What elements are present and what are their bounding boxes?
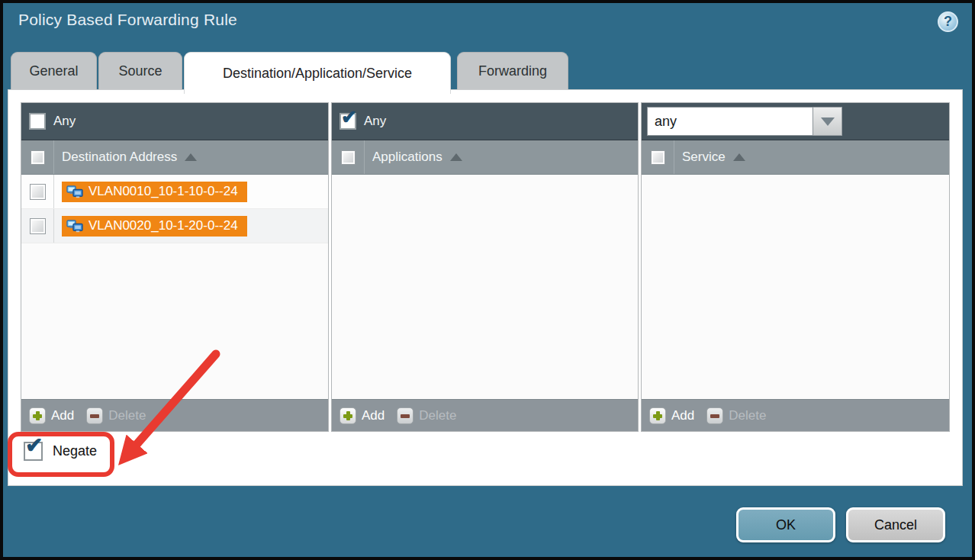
negate-checkbox[interactable]: ✔ — [24, 442, 43, 461]
row-checkbox[interactable] — [30, 184, 46, 200]
tab-general[interactable]: General — [11, 52, 97, 89]
service-dropdown-bar: any — [642, 103, 949, 140]
destination-address-list: VLAN0010_10-1-10-0--24 — [21, 175, 328, 399]
add-label: Add — [51, 408, 74, 423]
tab-source[interactable]: Source — [98, 52, 182, 89]
chevron-down-icon — [821, 117, 835, 126]
applications-column-header[interactable]: Applications — [332, 140, 638, 175]
applications-any-label: Any — [364, 114, 386, 129]
service-column-header[interactable]: Service — [642, 140, 949, 175]
column-header-label: Destination Address — [62, 150, 177, 165]
delete-button[interactable]: Delete — [706, 407, 766, 424]
sort-ascending-icon — [185, 153, 197, 161]
destination-any-label: Any — [53, 114, 76, 129]
destination-column-header[interactable]: Destination Address — [21, 140, 328, 175]
help-glyph: ? — [944, 14, 952, 30]
address-object-label: VLAN0020_10-1-20-0--24 — [88, 218, 238, 233]
add-button[interactable]: Add — [649, 407, 694, 424]
sort-ascending-icon — [733, 153, 745, 161]
add-plus-icon — [649, 407, 666, 424]
applications-column: ✔ Any Applications Add Delete — [331, 102, 639, 432]
help-icon[interactable]: ? — [938, 11, 958, 32]
destination-row[interactable]: VLAN0010_10-1-10-0--24 — [21, 175, 328, 209]
applications-any-bar: ✔ Any — [332, 103, 638, 140]
delete-minus-icon — [706, 407, 723, 424]
applications-footer-toolbar: Add Delete — [332, 399, 638, 431]
pbf-rule-dialog: Policy Based Forwarding Rule ? General S… — [0, 0, 975, 560]
tab-label: General — [29, 63, 78, 79]
dialog-title: Policy Based Forwarding Rule — [18, 11, 237, 29]
tab-label: Destination/Application/Service — [223, 66, 412, 82]
tab-label: Forwarding — [478, 63, 547, 79]
delete-button[interactable]: Delete — [86, 407, 146, 424]
destination-any-bar: Any — [21, 103, 328, 140]
service-select-all-checkbox[interactable] — [651, 150, 665, 165]
applications-select-all-checkbox[interactable] — [341, 150, 356, 165]
column-header-label: Applications — [372, 150, 442, 165]
tab-forwarding[interactable]: Forwarding — [457, 52, 568, 89]
cancel-button[interactable]: Cancel — [846, 507, 945, 542]
delete-label: Delete — [108, 408, 146, 423]
service-list — [642, 175, 949, 399]
applications-any-checkbox[interactable]: ✔ — [339, 113, 356, 130]
service-dropdown-value[interactable]: any — [647, 107, 813, 136]
applications-list — [332, 175, 638, 399]
service-column: any Service Add — [641, 102, 950, 432]
add-plus-icon — [29, 407, 46, 424]
destination-row[interactable]: VLAN0020_10-1-20-0--24 — [21, 209, 328, 243]
negate-row: ✔ Negate — [24, 442, 97, 461]
ok-button[interactable]: OK — [736, 507, 835, 542]
delete-minus-icon — [86, 407, 103, 424]
service-dropdown[interactable]: any — [647, 107, 842, 136]
destination-address-column: Any Destination Address — [21, 102, 329, 432]
network-address-icon — [66, 220, 83, 233]
address-object-chip[interactable]: VLAN0010_10-1-10-0--24 — [62, 182, 247, 202]
address-object-chip[interactable]: VLAN0020_10-1-20-0--24 — [62, 216, 247, 237]
destination-any-checkbox[interactable] — [29, 113, 46, 130]
add-button[interactable]: Add — [339, 407, 385, 424]
destination-footer-toolbar: Add Delete — [21, 399, 328, 431]
delete-label: Delete — [419, 408, 456, 423]
delete-button[interactable]: Delete — [397, 407, 456, 424]
cancel-label: Cancel — [874, 517, 917, 533]
ok-label: OK — [776, 517, 796, 533]
delete-minus-icon — [397, 407, 413, 424]
add-button[interactable]: Add — [29, 407, 74, 424]
tab-content-panel: Any Destination Address — [8, 89, 963, 486]
add-label: Add — [671, 408, 694, 423]
column-header-label: Service — [682, 150, 726, 165]
sort-ascending-icon — [450, 153, 462, 161]
destination-select-all-checkbox[interactable] — [31, 150, 45, 165]
service-dropdown-button[interactable] — [813, 107, 842, 136]
delete-label: Delete — [729, 408, 766, 423]
add-label: Add — [362, 408, 385, 423]
negate-label: Negate — [53, 443, 97, 459]
tab-destination-application-service[interactable]: Destination/Application/Service — [184, 52, 451, 94]
service-footer-toolbar: Add Delete — [642, 399, 949, 431]
add-plus-icon — [339, 407, 356, 424]
row-checkbox[interactable] — [30, 218, 46, 234]
network-address-icon — [66, 185, 83, 198]
tab-label: Source — [118, 63, 162, 79]
address-object-label: VLAN0010_10-1-10-0--24 — [88, 184, 238, 199]
